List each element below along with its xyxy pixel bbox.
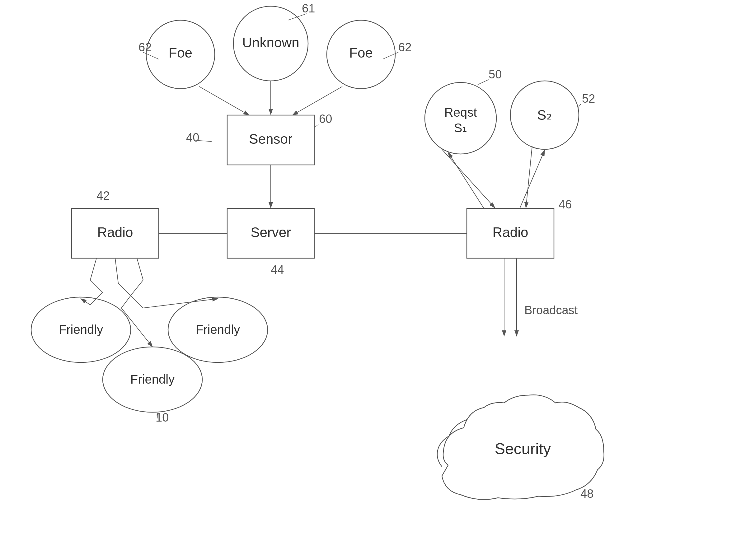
sensor-label: Sensor [249, 131, 292, 146]
radio-left-label: Radio [97, 225, 133, 240]
label-50: 50 [489, 68, 502, 81]
label-60: 60 [319, 112, 332, 125]
radio-right-to-reqst-s1 [448, 153, 484, 208]
radio-right-to-s2 [520, 150, 545, 208]
radio-right-label: Radio [493, 225, 528, 240]
reqst-s1-to-radio-right [442, 149, 495, 208]
label-42: 42 [97, 189, 110, 202]
reqst-s1-label2: S₁ [454, 121, 468, 135]
s2-label: S₂ [537, 107, 552, 123]
svg-line-17 [314, 124, 318, 127]
diagram: Foe Unknown Foe Sensor Server Radio Radi… [0, 0, 750, 560]
security-label: Security [495, 440, 551, 458]
unknown-label: Unknown [242, 35, 299, 50]
svg-line-21 [157, 413, 158, 418]
label-62-right: 62 [398, 41, 411, 54]
label-44: 44 [271, 263, 284, 276]
svg-line-18 [478, 80, 489, 85]
broadcast-label: Broadcast [525, 304, 578, 317]
friendly-mid-label: Friendly [131, 373, 175, 386]
s2-to-radio-right [526, 146, 532, 208]
radio-left-to-friendly-right [131, 258, 218, 308]
label-62-left: 62 [138, 41, 152, 54]
server-label: Server [251, 225, 291, 240]
label-52: 52 [582, 92, 595, 105]
security-cloud-node: Security [437, 395, 604, 499]
foe-right-label: Foe [349, 45, 373, 60]
label-46: 46 [559, 198, 572, 211]
foe-left-to-sensor [199, 86, 249, 115]
label-61: 61 [302, 2, 315, 15]
friendly-right-label: Friendly [196, 323, 240, 336]
label-40: 40 [186, 131, 199, 144]
foe-left-label: Foe [169, 45, 192, 60]
reqst-s1-label1: Reqst [445, 105, 477, 119]
foe-right-to-sensor [293, 86, 342, 115]
label-48: 48 [580, 487, 593, 500]
friendly-left-label: Friendly [59, 323, 103, 336]
